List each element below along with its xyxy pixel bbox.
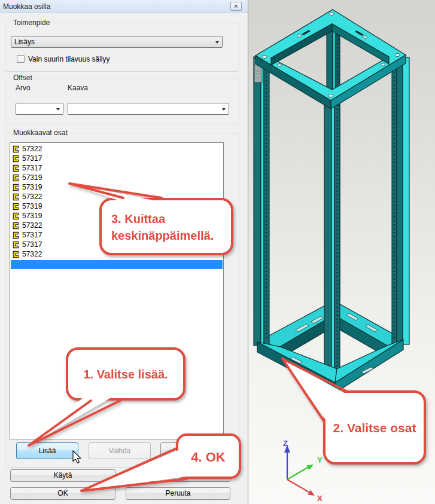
part-number: 57319 [22,173,42,182]
chevron-down-icon [56,108,60,111]
list-item[interactable]: 57317 [10,154,223,163]
part-profile-icon [12,212,20,220]
part-number: 57317 [22,231,42,239]
list-item[interactable]: 57322 [10,221,223,230]
dialog-muokkaa-osilla: Muokkaa osilla × Toimenpide Lisäys Vain … [0,0,248,504]
selected-row[interactable] [11,260,223,269]
arvo-combobox[interactable] [16,103,63,115]
part-number: 57322 [22,250,42,258]
volume-checkbox[interactable] [17,55,25,63]
action-combobox-value: Lisäys [14,38,35,46]
part-profile-icon [12,145,20,153]
y-axis-label: Y [317,456,323,465]
close-button[interactable]: × [230,2,242,11]
part-profile-icon [12,164,20,172]
volume-checkbox-label: Vain suurin tilavuus säilyy [28,55,110,63]
part-number: 57319 [22,183,42,191]
part-profile-icon [12,184,20,191]
kaava-combobox[interactable] [68,103,229,115]
part-profile-icon [12,155,20,163]
part-profile-icon [12,203,20,210]
list-item[interactable]: 57322 [10,144,223,154]
group-toimenpide-label: Toimenpide [11,19,52,27]
part-profile-icon [12,174,20,182]
part-number: 57322 [22,145,42,153]
part-number: 57317 [22,154,42,163]
group-offset-label: Offset [11,74,35,82]
x-axis-label: X [317,494,323,503]
part-number: 57322 [22,193,42,201]
screen: Z Y X Muokkaa osilla × Toimenpide Lisäys… [0,0,435,504]
model-right-post[interactable] [392,57,409,344]
list-item[interactable]: 57317 [10,163,223,173]
parts-listbox[interactable]: 57322 57317 57317 57319 [10,142,224,439]
part-number: 57319 [22,212,42,220]
part-profile-icon [12,241,20,249]
action-combobox[interactable]: Lisäys [11,36,223,48]
peruuta-button[interactable]: Peruuta [126,487,230,500]
kayta-button[interactable]: Käytä [10,469,115,482]
z-axis-label: Z [283,439,288,448]
part-profile-icon [12,193,20,201]
part-profile-icon [12,231,20,239]
chevron-down-icon [215,41,219,44]
chevron-down-icon [222,108,226,111]
list-item[interactable]: 57322 [10,249,223,259]
model-left-post[interactable] [254,57,269,346]
kaava-label: Kaava [68,84,88,92]
third-button[interactable] [160,442,223,459]
list-item[interactable]: 57319 [10,173,223,182]
part-number: 57317 [22,240,42,249]
ok-button[interactable]: OK [10,487,115,500]
dialog-titlebar[interactable]: Muokkaa osilla [0,0,248,13]
part-number: 57319 [22,202,42,210]
part-number: 57322 [22,221,42,230]
part-number: 57317 [22,164,42,172]
list-item[interactable]: 57319 [10,201,223,211]
lisaa-button[interactable]: Lisää [16,442,78,459]
part-profile-icon [12,251,20,258]
list-item[interactable]: 57319 [10,211,223,221]
parts-list: 57322 57317 57317 57319 [10,144,223,259]
arvo-label: Arvo [16,84,31,92]
list-item[interactable]: 57317 [10,240,223,249]
group-muokkaavat-osat-label: Muokkaavat osat [11,129,70,137]
ohje-button[interactable]: Ohje [126,469,230,482]
list-item[interactable]: 57317 [10,230,223,240]
vaihda-button[interactable]: Vaihda [89,442,151,459]
dialog-title: Muokkaa osilla [3,2,50,11]
group-offset: Offset [5,78,239,124]
list-item[interactable]: 57322 [10,192,223,201]
part-profile-icon [12,222,20,230]
list-item[interactable]: 57319 [10,182,223,192]
model-front-post[interactable] [324,105,340,384]
